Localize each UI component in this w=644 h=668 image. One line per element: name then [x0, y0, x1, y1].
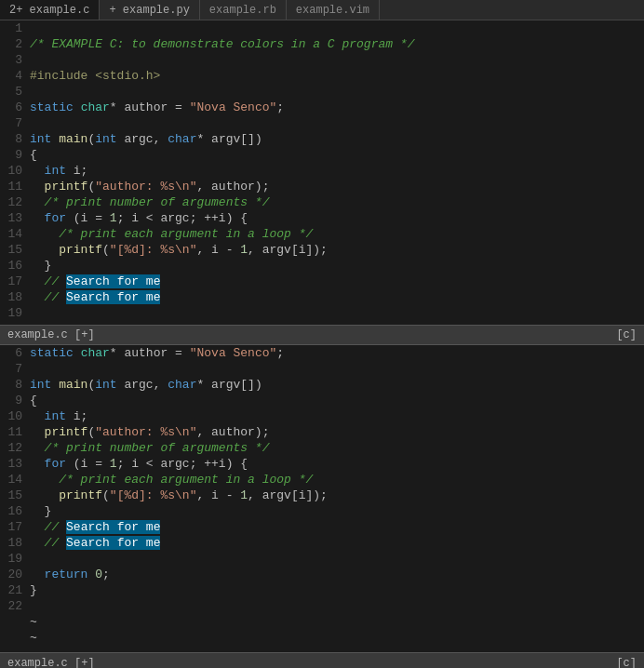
tilde-line: ~ [0, 630, 644, 646]
code-line: 19 [0, 551, 644, 567]
code-line: 6 static char* author = "Nova Senco"; [0, 100, 644, 115]
code-line: 6 static char* author = "Nova Senco"; [0, 345, 644, 361]
top-pane-filename: example.c [+] [7, 328, 95, 341]
bottom-status-bar: example.c [+] [c] [0, 652, 644, 668]
code-line: 2 /* EXAMPLE C: to demonstrate colors in… [0, 36, 644, 52]
code-line: 18 // Search for me [0, 535, 644, 551]
code-line: 8 int main(int argc, char* argv[]) [0, 377, 644, 393]
code-line: 21 } [0, 582, 644, 598]
code-line: 17 // Search for me [0, 519, 644, 535]
code-line: 5 [0, 84, 644, 100]
code-line: 7 [0, 361, 644, 377]
code-line: 14 /* print each argument in a loop */ [0, 226, 644, 242]
tab-bar: 2+ example.c + example.py example.rb exa… [0, 0, 644, 20]
code-line: 16 } [0, 258, 644, 274]
code-line: 7 [0, 115, 644, 131]
code-line: 9 { [0, 393, 644, 408]
top-pane-filetype: [c] [616, 328, 637, 341]
code-line: 12 /* print number of arguments */ [0, 440, 644, 456]
tab-example-c[interactable]: 2+ example.c [0, 0, 100, 20]
code-line: 4 #include <stdio.h> [0, 68, 644, 84]
tilde-line: ~ [0, 614, 644, 630]
code-line: 9 { [0, 147, 644, 163]
code-line: 1 [0, 20, 644, 36]
code-line: 15 printf("[%d]: %s\n", i - 1, argv[i]); [0, 242, 644, 258]
code-line: 17 // Search for me [0, 274, 644, 289]
code-line: 10 int i; [0, 163, 644, 179]
tab-example-rb[interactable]: example.rb [200, 0, 287, 20]
code-line: 16 } [0, 503, 644, 519]
code-line: 19 [0, 305, 644, 321]
code-line: 15 printf("[%d]: %s\n", i - 1, argv[i]); [0, 488, 644, 503]
code-line: 20 return 0; [0, 567, 644, 582]
code-line: 22 [0, 598, 644, 614]
code-line: 13 for (i = 1; i < argc; ++i) { [0, 456, 644, 472]
code-line: 3 [0, 52, 644, 68]
code-line: 10 int i; [0, 408, 644, 424]
top-pane-status-bar: example.c [+] [c] [0, 325, 644, 345]
code-line: 14 /* print each argument in a loop */ [0, 472, 644, 488]
tab-example-vim[interactable]: example.vim [287, 0, 380, 20]
tab-example-py[interactable]: + example.py [100, 0, 199, 20]
bottom-pane-filename: example.c [+] [7, 657, 95, 669]
top-code-pane: 1 2 /* EXAMPLE C: to demonstrate colors … [0, 20, 644, 325]
code-line: 11 printf("author: %s\n", author); [0, 424, 644, 440]
code-line: 12 /* print number of arguments */ [0, 194, 644, 210]
bottom-code-pane: 6 static char* author = "Nova Senco"; 7 … [0, 345, 644, 652]
code-line: 8 int main(int argc, char* argv[]) [0, 131, 644, 147]
bottom-pane-filetype: [c] [616, 657, 637, 669]
code-line: 11 printf("author: %s\n", author); [0, 179, 644, 194]
code-line: 18 // Search for me [0, 289, 644, 305]
code-line: 13 for (i = 1; i < argc; ++i) { [0, 210, 644, 226]
